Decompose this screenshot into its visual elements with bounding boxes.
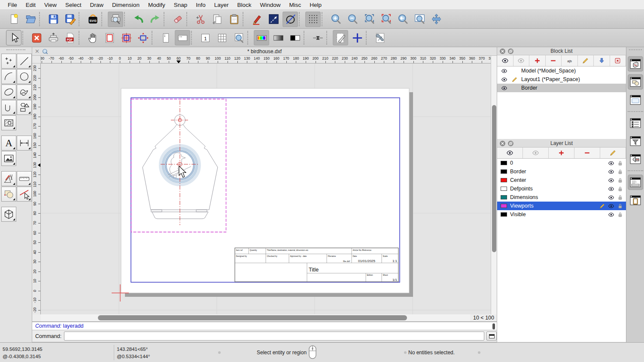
lock-icon[interactable] (617, 211, 623, 218)
horizontal-scrollbar-thumb[interactable] (98, 315, 407, 320)
block-add-button[interactable] (529, 55, 546, 66)
grid-toggle-button[interactable] (305, 12, 321, 27)
black-white-button[interactable] (287, 30, 303, 45)
dimension-tool-button[interactable] (17, 136, 32, 151)
block-panel-float-button[interactable] (508, 48, 513, 54)
menu-info[interactable]: Info (191, 2, 210, 8)
menu-window[interactable]: Window (256, 2, 285, 8)
shape-tool-button[interactable] (17, 100, 32, 115)
block-row-layout1[interactable]: Layout1 (*Paper_Space) (497, 75, 626, 84)
undo-button[interactable] (131, 12, 146, 27)
spline-tool-button[interactable] (17, 84, 32, 100)
zoom-page-button[interactable] (231, 30, 246, 45)
circle-tool-button[interactable] (17, 69, 32, 84)
menu-view[interactable]: View (40, 2, 61, 8)
new-file-button[interactable] (6, 12, 21, 27)
block-rename-button[interactable]: a|b (562, 55, 578, 66)
single-page-button[interactable]: 1 (197, 30, 213, 45)
layer-hide-all-button[interactable] (523, 148, 549, 158)
block-row-border[interactable]: Border (497, 84, 626, 92)
lock-icon[interactable] (617, 160, 623, 166)
eye-icon[interactable] (608, 211, 614, 218)
layer-row-dimensions[interactable]: Dimensions (497, 193, 626, 202)
eye-icon[interactable] (608, 186, 614, 192)
block-purge-button[interactable] (610, 55, 626, 66)
pan-button[interactable] (428, 12, 444, 27)
ellipse-tool-button[interactable] (1, 84, 16, 100)
eye-icon[interactable] (501, 68, 507, 74)
lock-icon[interactable] (617, 177, 623, 184)
eye-icon[interactable] (501, 76, 507, 83)
clipboard-panel-toggle[interactable] (628, 193, 643, 208)
auto-zoom-button[interactable] (361, 12, 377, 27)
layer-row-visible[interactable]: Visible (497, 210, 626, 219)
menu-help[interactable]: Help (305, 2, 326, 8)
zoom-in-button[interactable] (328, 12, 343, 27)
layer-row-center[interactable]: Center (497, 176, 626, 184)
menu-select[interactable]: Select (61, 2, 86, 8)
open-file-button[interactable] (23, 12, 38, 27)
save-as-button[interactable] (62, 12, 78, 27)
layer-row-defpoints[interactable]: Defpoints (497, 184, 626, 193)
reference-panel-toggle[interactable] (628, 151, 643, 167)
block-remove-button[interactable] (546, 55, 562, 66)
menu-file[interactable]: File (3, 2, 21, 8)
command-line-toggle[interactable] (628, 175, 643, 190)
image-tool-button[interactable] (1, 151, 16, 166)
draw-order-button[interactable] (249, 12, 264, 27)
polyline-tool-button[interactable] (1, 100, 16, 115)
svg-export-button[interactable]: SVG (85, 12, 100, 27)
redo-button[interactable] (147, 12, 163, 27)
hatch-tool-button[interactable] (1, 115, 16, 130)
history-scrollbar-thumb[interactable] (492, 323, 495, 329)
drawing-canvas[interactable]: Item ref Quantity Title/Name, destinatio… (41, 63, 491, 314)
block-row-model[interactable]: Model (*Model_Space) (497, 66, 626, 75)
command-input[interactable] (64, 332, 484, 341)
block-panel-close-button[interactable] (500, 48, 505, 54)
viewport-panel-toggle[interactable] (628, 92, 643, 108)
zoom-out-button[interactable] (345, 12, 360, 27)
menu-edit[interactable]: Edit (21, 2, 40, 8)
layer-panel-close-button[interactable] (500, 141, 505, 146)
vertical-scrollbar-thumb[interactable] (492, 105, 496, 252)
block-hide-all-button[interactable] (513, 55, 530, 66)
palette-drag-handle[interactable] (6, 49, 25, 51)
block-show-all-button[interactable] (497, 55, 513, 66)
drawing-preferences-button[interactable] (372, 30, 388, 45)
viewport-button[interactable] (118, 30, 134, 45)
paste-button[interactable] (226, 12, 242, 27)
pdf-export-button[interactable]: PDF (62, 30, 78, 45)
fit-viewport-button[interactable] (135, 30, 151, 45)
grayscale-button[interactable] (270, 30, 286, 45)
cut-button[interactable] (193, 12, 208, 27)
arc-tool-button[interactable] (1, 69, 16, 84)
library-browser-toggle[interactable] (628, 74, 643, 90)
menu-misc[interactable]: Misc (285, 2, 306, 8)
close-drawing-button[interactable] (29, 30, 44, 45)
misc-tools-button[interactable] (1, 171, 16, 186)
menu-block[interactable]: Block (233, 2, 256, 8)
previous-view-button[interactable] (395, 12, 410, 27)
draft-mode-button[interactable] (333, 30, 348, 45)
eye-icon[interactable] (608, 160, 614, 166)
command-panel-toggle-button[interactable] (486, 332, 497, 341)
lineweight-button[interactable] (310, 30, 325, 45)
snap-auto-button[interactable] (283, 12, 298, 27)
selection-filter-toggle[interactable] (628, 133, 643, 149)
block-insert-button[interactable] (594, 55, 610, 66)
layer-row-viewports[interactable]: Viewports (497, 202, 626, 210)
block-edit-button[interactable] (578, 55, 594, 66)
print-preview-button[interactable] (108, 12, 123, 27)
line-tool-button[interactable] (17, 54, 32, 69)
crosshair-button[interactable] (349, 30, 365, 45)
text-tool-button[interactable]: A (1, 136, 16, 151)
layer-row-0[interactable]: 0 (497, 159, 626, 167)
zoom-window-button[interactable] (412, 12, 427, 27)
point-tool-button[interactable] (1, 54, 16, 69)
layer-show-all-button[interactable] (497, 148, 523, 158)
eye-icon[interactable] (608, 177, 614, 184)
lock-icon[interactable] (617, 194, 623, 201)
menu-dimension[interactable]: Dimension (108, 2, 144, 8)
layer-add-button[interactable] (549, 148, 574, 158)
layer-panel-float-button[interactable] (508, 141, 513, 146)
